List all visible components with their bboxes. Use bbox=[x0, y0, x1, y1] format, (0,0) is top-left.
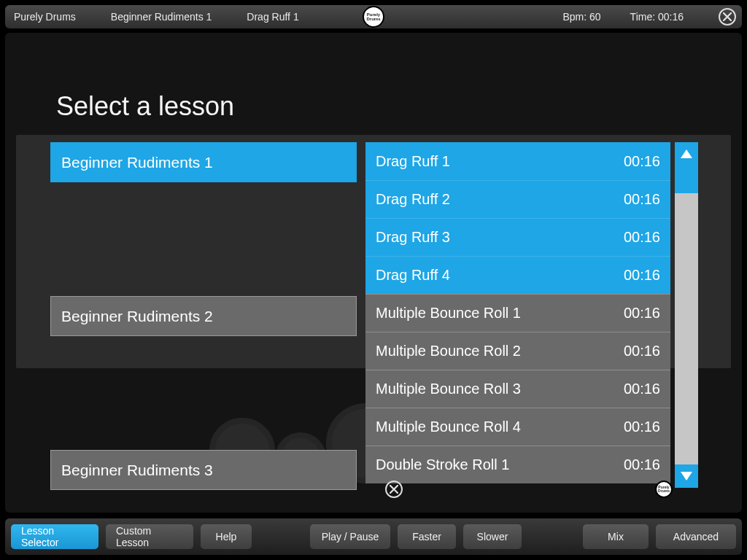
lesson-time: 00:16 bbox=[624, 456, 660, 473]
lesson-time: 00:16 bbox=[624, 419, 660, 435]
help-button[interactable]: Help bbox=[201, 524, 252, 549]
lesson-time: 00:16 bbox=[624, 343, 660, 359]
stage: Select a lesson Beginner Rudiments 1Begi… bbox=[5, 33, 742, 513]
lesson-item[interactable]: Multiple Bounce Roll 100:16 bbox=[365, 294, 670, 332]
panel-title: Select a lesson bbox=[56, 91, 234, 122]
mix-button[interactable]: Mix bbox=[583, 524, 649, 549]
lesson-label: Drag Ruff 2 bbox=[376, 191, 450, 208]
close-button[interactable] bbox=[719, 8, 736, 26]
top-lesson: Drag Ruff 1 bbox=[247, 11, 298, 23]
lesson-time: 00:16 bbox=[624, 153, 660, 170]
lesson-item[interactable]: Double Stroke Roll 100:16 bbox=[365, 446, 670, 483]
category-label: Beginner Rudiments 3 bbox=[61, 462, 213, 479]
app-logo-icon: PurelyDrums bbox=[363, 6, 384, 28]
lesson-time: 00:16 bbox=[624, 191, 660, 208]
lesson-item[interactable]: Multiple Bounce Roll 300:16 bbox=[365, 370, 670, 408]
category-item[interactable]: Beginner Rudiments 3 bbox=[50, 450, 357, 490]
bpm-label: Bpm: 60 bbox=[562, 11, 600, 23]
triangle-up-icon bbox=[681, 149, 692, 158]
lesson-label: Multiple Bounce Roll 4 bbox=[376, 419, 521, 435]
lesson-item[interactable]: Drag Ruff 200:16 bbox=[365, 180, 670, 218]
lesson-label: Multiple Bounce Roll 1 bbox=[376, 305, 521, 322]
lesson-label: Drag Ruff 1 bbox=[376, 153, 450, 170]
scroll-up-button[interactable] bbox=[675, 142, 698, 166]
category-list: Beginner Rudiments 1Beginner Rudiments 2… bbox=[50, 142, 357, 490]
triangle-down-icon bbox=[681, 472, 692, 481]
lesson-label: Drag Ruff 3 bbox=[376, 229, 450, 246]
scroll-track[interactable] bbox=[675, 166, 698, 464]
faster-button[interactable]: Faster bbox=[398, 524, 456, 549]
lesson-time: 00:16 bbox=[624, 381, 660, 397]
footer-logo-icon: PurelyDrums bbox=[655, 481, 673, 498]
category-label: Beginner Rudiments 2 bbox=[61, 308, 213, 325]
lesson-item[interactable]: Drag Ruff 300:16 bbox=[365, 218, 670, 256]
lesson-time: 00:16 bbox=[624, 267, 660, 284]
lesson-scrollbar[interactable] bbox=[675, 142, 698, 488]
category-item[interactable]: Beginner Rudiments 1 bbox=[50, 142, 357, 182]
bottom-bar: Lesson Selector Custom Lesson Help Play … bbox=[5, 518, 742, 555]
scroll-down-button[interactable] bbox=[675, 464, 698, 488]
lesson-label: Drag Ruff 4 bbox=[376, 267, 450, 284]
top-category: Beginner Rudiments 1 bbox=[111, 11, 212, 23]
time-label: Time: 00:16 bbox=[630, 11, 684, 23]
panel-close-button[interactable] bbox=[385, 481, 403, 498]
scroll-thumb[interactable] bbox=[675, 166, 698, 193]
custom-lesson-button[interactable]: Custom Lesson bbox=[106, 524, 193, 549]
lesson-item[interactable]: Multiple Bounce Roll 200:16 bbox=[365, 332, 670, 370]
category-label: Beginner Rudiments 1 bbox=[61, 154, 213, 171]
lesson-label: Multiple Bounce Roll 2 bbox=[376, 343, 521, 359]
top-bar: Purely Drums Beginner Rudiments 1 Drag R… bbox=[5, 5, 742, 28]
lesson-item[interactable]: Multiple Bounce Roll 400:16 bbox=[365, 408, 670, 446]
close-icon bbox=[390, 485, 398, 494]
advanced-button[interactable]: Advanced bbox=[656, 524, 736, 549]
play-pause-button[interactable]: Play / Pause bbox=[310, 524, 390, 549]
slower-button[interactable]: Slower bbox=[463, 524, 522, 549]
lesson-label: Double Stroke Roll 1 bbox=[376, 456, 509, 473]
lesson-label: Multiple Bounce Roll 3 bbox=[376, 381, 521, 397]
category-item[interactable]: Beginner Rudiments 2 bbox=[50, 296, 357, 336]
lesson-list: Drag Ruff 100:16Drag Ruff 200:16Drag Ruf… bbox=[365, 142, 670, 488]
lesson-time: 00:16 bbox=[624, 229, 660, 246]
lesson-item[interactable]: Drag Ruff 100:16 bbox=[365, 142, 670, 180]
app-name: Purely Drums bbox=[14, 11, 76, 23]
lesson-selector-button[interactable]: Lesson Selector bbox=[11, 524, 98, 549]
lesson-item[interactable]: Drag Ruff 400:16 bbox=[365, 256, 670, 294]
lesson-time: 00:16 bbox=[624, 305, 660, 322]
close-icon bbox=[723, 12, 732, 21]
